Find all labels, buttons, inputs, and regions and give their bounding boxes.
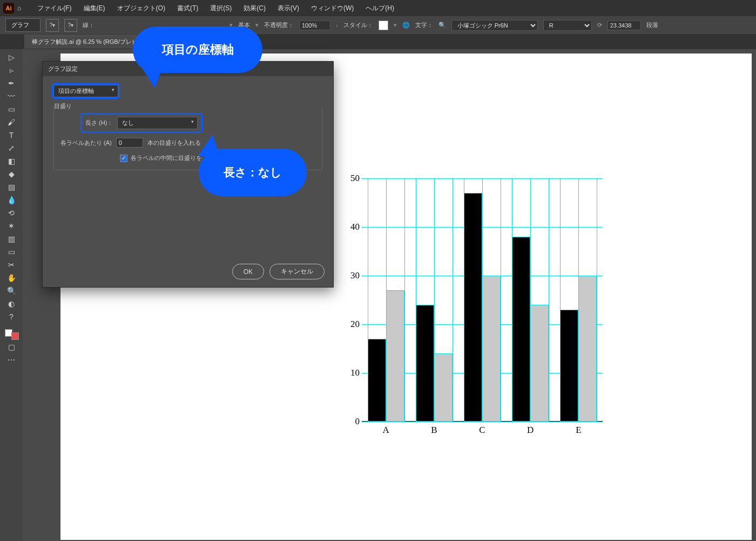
tick-group-label: 目盛り — [54, 102, 75, 110]
menu-type[interactable]: 書式(T) — [173, 2, 202, 15]
home-icon[interactable]: ⌂ — [17, 4, 21, 12]
y-tick-label: 20 — [350, 319, 360, 330]
mid-tick-checkbox[interactable]: ✓ — [120, 155, 127, 162]
y-tick-label: 40 — [350, 222, 360, 232]
direct-selection-tool-icon[interactable]: ▹ — [3, 64, 19, 76]
paragraph-label: 段落 — [646, 21, 658, 29]
menu-select[interactable]: 選択(S) — [206, 2, 236, 15]
x-tick-label: B — [431, 425, 437, 436]
style-label: スタイル： — [343, 21, 373, 29]
globe-icon[interactable]: 🌐 — [402, 22, 410, 29]
menu-view[interactable]: 表示(V) — [273, 2, 303, 15]
bar — [464, 193, 482, 422]
rectangle-tool-icon[interactable]: ▭ — [3, 103, 19, 115]
transform-tool-icon[interactable]: ⤢ — [3, 142, 19, 154]
document-tab-title: 棒グラフ解説.ai @ 6.25 % (RGB/プレビュー — [32, 38, 150, 46]
per-label-label: 各ラベルあたり (A) — [60, 139, 112, 147]
char-label: 文字： — [415, 21, 433, 29]
curvature-tool-icon[interactable]: 〰 — [3, 90, 19, 102]
hand-tool-icon[interactable]: ✋ — [3, 272, 19, 284]
align-button-2[interactable]: ?▾ — [64, 19, 77, 32]
y-tick-label: 50 — [350, 173, 360, 184]
menubar: Ai ⌂ ファイル(F) 編集(E) オブジェクト(O) 書式(T) 選択(S)… — [0, 0, 756, 16]
help-icon[interactable]: ? — [3, 311, 19, 323]
font-size-input[interactable] — [608, 21, 641, 30]
screen-mode-icon[interactable]: ▢ — [3, 341, 19, 353]
artboard-tool-icon[interactable]: ▭ — [3, 246, 19, 258]
edit-toolbar-icon[interactable]: ⋯ — [3, 354, 19, 366]
menu-object[interactable]: オブジェクト(O) — [113, 2, 170, 15]
align-button-1[interactable]: ?▾ — [46, 19, 59, 32]
bar — [578, 276, 597, 422]
menu-help[interactable]: ヘルプ(H) — [361, 2, 399, 15]
document-tabs: 棒グラフ解説.ai @ 6.25 % (RGB/プレビュー ) × — [0, 34, 756, 49]
ok-button[interactable]: OK — [232, 264, 264, 279]
type-tool-icon[interactable]: T — [3, 129, 19, 141]
length-label: 長さ (H)： — [85, 119, 113, 127]
app-icon: Ai — [3, 3, 14, 14]
y-tick-label: 0 — [355, 416, 360, 427]
y-tick-label: 10 — [350, 368, 360, 378]
menu-file[interactable]: ファイル(F) — [33, 2, 76, 15]
bar — [482, 276, 501, 422]
fill-stroke-swatch[interactable] — [4, 328, 19, 340]
toggle-fill-icon[interactable]: ◐ — [3, 298, 19, 310]
bar — [416, 305, 434, 422]
brush-tool-icon[interactable]: 🖌 — [3, 116, 19, 128]
selection-tool-icon[interactable]: ▷ — [3, 51, 19, 63]
opacity-input[interactable] — [299, 21, 330, 30]
zoom-tool-icon[interactable]: 🔍 — [3, 285, 19, 297]
annotation-callout-2: 長さ：なし — [199, 149, 307, 196]
opacity-label: 不透明度： — [264, 21, 294, 29]
style-swatch[interactable] — [379, 21, 388, 30]
font-style-select[interactable]: R — [543, 20, 592, 31]
menu-edit[interactable]: 編集(E) — [79, 2, 110, 15]
x-tick-label: C — [479, 425, 485, 436]
pen-tool-icon[interactable]: ✒ — [3, 77, 19, 89]
tools-panel: ▷ ▹ ✒ 〰 ▭ 🖌 T ⤢ ◧ ◆ ▤ 💧 ⟲ ✶ ▥ ▭ ✂ ✋ 🔍 ◐ … — [0, 49, 23, 541]
width-tool-icon[interactable]: ◧ — [3, 155, 19, 167]
length-dropdown[interactable]: なし — [117, 117, 198, 129]
menu-effect[interactable]: 効果(C) — [239, 2, 270, 15]
gradient-tool-icon[interactable]: ▤ — [3, 181, 19, 193]
menu-window[interactable]: ウィンドウ(W) — [307, 2, 358, 15]
bar-chart: 01020304050 ABCDE — [343, 178, 608, 435]
axis-dropdown[interactable]: 項目の座標軸 — [53, 85, 118, 97]
blend-tool-icon[interactable]: ⟲ — [3, 207, 19, 219]
bar — [368, 339, 386, 422]
options-bar: グラフ ?▾ ?▾ 線： ▾ 基本▾ 不透明度： › スタイル： ▾ 🌐 文字：… — [0, 16, 756, 34]
annotation-callout-1: 項目の座標軸 — [133, 26, 262, 73]
bar — [560, 310, 578, 422]
slice-tool-icon[interactable]: ✂ — [3, 259, 19, 271]
bar — [386, 290, 404, 422]
x-tick-label: D — [527, 425, 534, 436]
bar — [530, 305, 549, 422]
tool-label: グラフ — [5, 18, 40, 32]
x-tick-label: A — [382, 425, 389, 436]
y-tick-label: 30 — [350, 270, 360, 281]
bar — [512, 237, 530, 422]
font-family-select[interactable]: 小塚ゴシック Pr6N — [451, 20, 538, 31]
x-tick-label: E — [576, 425, 581, 436]
shape-builder-icon[interactable]: ◆ — [3, 168, 19, 180]
bar — [434, 353, 453, 422]
symbol-sprayer-icon[interactable]: ✶ — [3, 220, 19, 232]
graph-tool-icon[interactable]: ▥ — [3, 233, 19, 245]
per-label-input[interactable] — [116, 138, 143, 148]
stroke-label: 線： — [83, 21, 94, 29]
mid-tick-label: 各ラベルの中間に目盛りを — [131, 154, 202, 162]
eyedropper-tool-icon[interactable]: 💧 — [3, 194, 19, 206]
cancel-button[interactable]: キャンセル — [269, 264, 325, 279]
